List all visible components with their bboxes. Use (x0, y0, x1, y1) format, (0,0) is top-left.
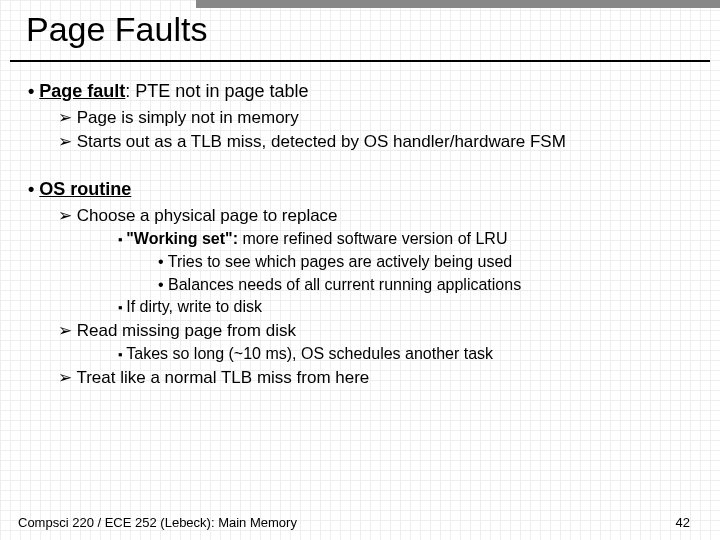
sub-working-set: "Working set": more refined software ver… (118, 229, 700, 250)
working-set-label: "Working set": (126, 230, 238, 247)
page-fault-text: : PTE not in page table (125, 81, 308, 101)
bullet-os-routine: OS routine (28, 178, 700, 201)
sub-read-missing: Read missing page from disk (58, 320, 700, 342)
sub-choose-page: Choose a physical page to replace (58, 205, 700, 227)
footer-left: Compsci 220 / ECE 252 (Lebeck): Main Mem… (18, 515, 297, 530)
sub-not-in-memory: Page is simply not in memory (58, 107, 700, 129)
sub-takes-long: Takes so long (~10 ms), OS schedules ano… (118, 344, 700, 365)
sub-balances-needs: Balances needs of all current running ap… (158, 275, 700, 296)
sub-if-dirty: If dirty, write to disk (118, 297, 700, 318)
top-accent-bar (196, 0, 720, 8)
slide-body: Page fault: PTE not in page table Page i… (28, 74, 700, 500)
os-routine-label: OS routine (39, 179, 131, 199)
bullet-page-fault: Page fault: PTE not in page table (28, 80, 700, 103)
slide: Page Faults Page fault: PTE not in page … (0, 0, 720, 540)
slide-title: Page Faults (26, 10, 207, 49)
title-underline (10, 60, 710, 62)
working-set-text: more refined software version of LRU (238, 230, 507, 247)
sub-treat-normal: Treat like a normal TLB miss from here (58, 367, 700, 389)
sub-actively-used: Tries to see which pages are actively be… (158, 252, 700, 273)
page-fault-label: Page fault (39, 81, 125, 101)
sub-tlb-miss: Starts out as a TLB miss, detected by OS… (58, 131, 700, 153)
footer-page-number: 42 (676, 515, 690, 530)
